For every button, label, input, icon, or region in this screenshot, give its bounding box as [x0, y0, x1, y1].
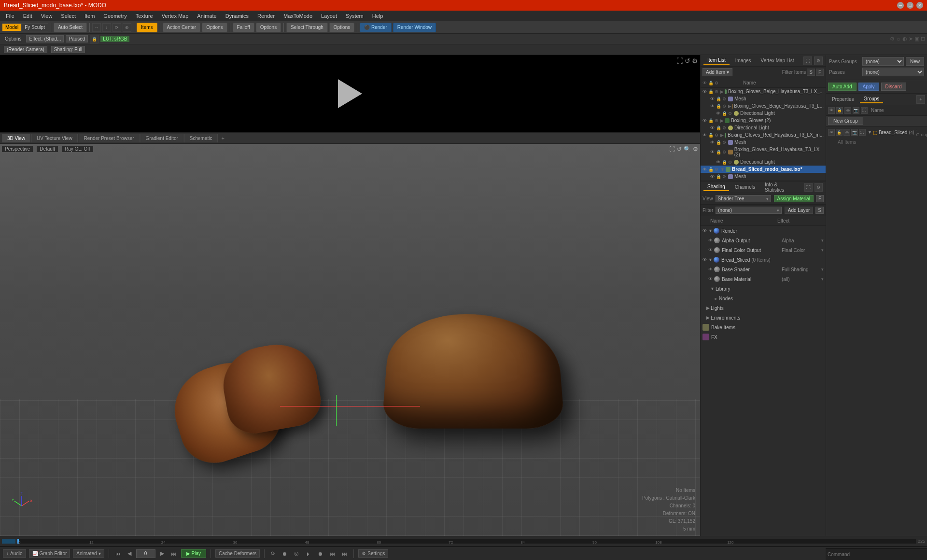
menu-layout[interactable]: Layout: [317, 12, 341, 20]
shade-item-library[interactable]: ▼ Library: [701, 284, 826, 294]
lock-groups-icon[interactable]: 🔒: [836, 107, 843, 114]
filter-f-btn[interactable]: F: [816, 69, 824, 76]
mode-selector[interactable]: Model Fy Sculpt: [2, 23, 48, 31]
menu-geometry[interactable]: Geometry: [99, 12, 130, 20]
transform-btn2[interactable]: ↕: [102, 23, 111, 32]
skip-end-btn[interactable]: ⏭: [169, 550, 178, 557]
ray-gl-label[interactable]: Ray GL: Off: [62, 146, 93, 152]
timeline-scrubber[interactable]: 0 12 24 36 48 60 72 84 96 108 120: [17, 539, 916, 544]
menu-system[interactable]: System: [342, 12, 367, 20]
add-viewport-tab[interactable]: +: [219, 134, 227, 142]
transport-icon5[interactable]: ⏺: [316, 550, 325, 557]
list-item[interactable]: 👁 🔒 ⚙ ▶ Boxing_Gloves (2): [701, 117, 826, 124]
shade-item-fx[interactable]: FX: [701, 332, 826, 342]
frame-input[interactable]: [136, 549, 155, 558]
item-list-content[interactable]: 👁 🔒 ⚙ ▶ Boxing_Gloves_Beige_Hayabusa_T3_…: [701, 88, 826, 181]
transform-btn4[interactable]: ⊕: [123, 23, 131, 32]
menu-file[interactable]: File: [2, 12, 18, 20]
assign-f-key[interactable]: F: [816, 195, 824, 202]
transport-icon6[interactable]: ⏮: [328, 550, 337, 557]
menu-select[interactable]: Select: [57, 12, 80, 20]
add-layer-btn[interactable]: Add Layer: [785, 207, 814, 214]
auto-select-btn[interactable]: Auto Select: [54, 23, 87, 32]
animated-btn[interactable]: Animated ▾: [73, 549, 104, 558]
list-item-bread[interactable]: 👁 🔒 ⚙ ▼ Bread_Sliced_modo_base.lxo*: [701, 166, 826, 173]
passes-dropdown[interactable]: (none): [862, 68, 924, 76]
options3-btn[interactable]: Options: [329, 23, 354, 32]
shading-content[interactable]: 👁 ▼ Render 👁 Alpha Output Alpha ▾ 👁 Fina…: [701, 226, 826, 536]
items-btn[interactable]: Items: [137, 23, 157, 32]
filter-s-btn[interactable]: S: [807, 69, 815, 76]
list-item[interactable]: 👁 🔒 ⚙ ▶ Boxing_Gloves_Beige_Hayabusa_T3_…: [701, 88, 826, 95]
settings-panel-icon[interactable]: ⚙: [814, 56, 823, 65]
select-through-btn[interactable]: Select Through: [286, 23, 328, 32]
list-item[interactable]: 👁 🔒 ⚙ Mesh: [701, 95, 826, 102]
settings-icon[interactable]: ↺: [685, 57, 690, 65]
list-item[interactable]: 👁 🔒 ⚙ Directional Light: [701, 158, 826, 166]
group-item-bread[interactable]: 👁 🔒 ◎ 📷 ⛶ ▼ ▢ Bread_Sliced (4) - Group: [826, 126, 927, 138]
groups-content[interactable]: 👁 🔒 ◎ 📷 ⛶ ▼ ▢ Bread_Sliced (4) - Group A…: [826, 126, 927, 536]
shade-item-bake[interactable]: Bake Items: [701, 322, 826, 332]
tab-schematic[interactable]: Schematic: [184, 134, 218, 142]
refresh-icon[interactable]: ↺: [677, 146, 682, 153]
menu-view[interactable]: View: [37, 12, 56, 20]
shading-badge[interactable]: Shading: Full: [51, 46, 85, 53]
preview-controls[interactable]: ⛶ ↺ ⚙: [676, 57, 698, 65]
action-center-btn[interactable]: Action Center: [163, 23, 201, 32]
zoom-icon[interactable]: 🔍: [684, 146, 691, 153]
auto-add-btn[interactable]: Auto Add: [828, 83, 857, 91]
tab-groups[interactable]: Groups: [860, 95, 884, 103]
options1-btn[interactable]: Options: [202, 23, 227, 32]
tab-item-list[interactable]: Item List: [703, 56, 730, 65]
vp-settings-icon[interactable]: ⚙: [693, 146, 698, 153]
tab-properties[interactable]: Properties: [828, 96, 858, 103]
transform-btn3[interactable]: ⟳: [112, 23, 121, 32]
model-mode-btn[interactable]: Model: [2, 24, 22, 31]
transport-icon7[interactable]: ⏭: [340, 550, 349, 557]
menu-animate[interactable]: Animate: [193, 12, 220, 20]
transport-icon1[interactable]: ⟳: [269, 550, 277, 557]
render-camera-badge[interactable]: (Render Camera): [4, 46, 47, 53]
command-input[interactable]: [828, 552, 925, 557]
options2-btn[interactable]: Options: [256, 23, 281, 32]
transform-btn1[interactable]: ↔: [92, 23, 101, 32]
menu-texture[interactable]: Texture: [132, 12, 157, 20]
shade-item-environments[interactable]: ▶ Environments: [701, 313, 826, 322]
expand-icon[interactable]: ⛶: [676, 57, 683, 65]
discard-btn[interactable]: Discard: [881, 83, 906, 91]
transport-icon2[interactable]: ⏺: [280, 550, 289, 557]
add-s-key[interactable]: S: [815, 207, 824, 214]
settings-bb-btn[interactable]: ⚙ Settings: [358, 549, 388, 558]
vis-groups-icon[interactable]: 👁: [828, 107, 835, 114]
gear-icon[interactable]: ⚙: [692, 57, 698, 65]
tab-vertex-map[interactable]: Vertex Map List: [757, 57, 798, 64]
shade-item-bread-mat[interactable]: 👁 ▼ Bread_Sliced (0 Items): [701, 255, 826, 265]
menu-render[interactable]: Render: [253, 12, 279, 20]
transport-icon4[interactable]: ⏵: [304, 550, 313, 557]
minimize-button[interactable]: ─: [897, 2, 904, 9]
list-item[interactable]: 👁 🔒 ⚙ Mesh: [701, 173, 826, 180]
default-label[interactable]: Default: [37, 146, 58, 152]
cache-deformers-btn[interactable]: Cache Deformers: [215, 549, 260, 558]
list-item[interactable]: 👁 🔒 ⚙ ▶ Boxing_Gloves_Red_Hayabusa_T3_LX…: [701, 131, 826, 139]
lock-icon[interactable]: 🔒: [90, 35, 98, 43]
new-pass-group-btn[interactable]: New: [906, 57, 924, 66]
window-controls[interactable]: ─ □ ✕: [897, 2, 923, 9]
tab-gradient[interactable]: Gradient Editor: [140, 134, 183, 142]
add-group-icon[interactable]: +: [916, 95, 925, 104]
settings-shading-icon[interactable]: ⚙: [815, 183, 823, 192]
command-bar[interactable]: [826, 548, 927, 560]
shade-item-lights[interactable]: ▶ Lights: [701, 303, 826, 313]
3d-viewport[interactable]: X Y Z Perspective Default Ray GL: Off ⛶ …: [0, 144, 700, 536]
menu-edit[interactable]: Edit: [19, 12, 36, 20]
menu-help[interactable]: Help: [368, 12, 387, 20]
paused-badge[interactable]: Paused: [66, 35, 88, 42]
viewport-top-controls[interactable]: ⛶ ↺ 🔍 ⚙: [669, 146, 698, 153]
list-item[interactable]: 👁 🔒 ⚙ Mesh: [701, 139, 826, 146]
effect-badge[interactable]: Effect: (Shad...: [26, 35, 64, 42]
options-label[interactable]: Options: [2, 35, 24, 42]
render-groups-icon[interactable]: 📷: [853, 107, 859, 114]
audio-btn[interactable]: ♪ Audio: [3, 549, 26, 558]
solo-groups-icon[interactable]: ◎: [844, 107, 851, 114]
skip-start-btn[interactable]: ⏮: [113, 550, 123, 557]
